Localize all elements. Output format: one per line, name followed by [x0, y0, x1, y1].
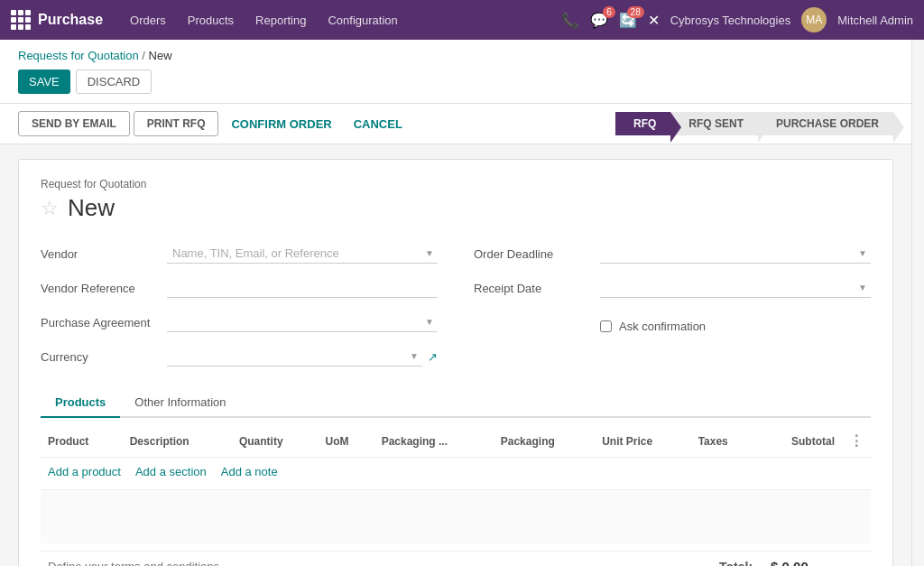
app-title: Purchase [38, 12, 103, 28]
phone-icon[interactable]: 📞 [561, 12, 579, 29]
col-subtotal: Subtotal [756, 425, 842, 458]
vendor-reference-label: Vendor Reference [41, 282, 158, 295]
discard-button[interactable]: DISCARD [76, 70, 152, 94]
status-steps: RFQ RFQ SENT PURCHASE ORDER [615, 112, 893, 135]
form-fields: Vendor ▼ Vendor Reference Purchase Agree… [41, 240, 871, 370]
vendor-field-wrapper: ▼ [167, 244, 438, 264]
col-quantity: Quantity [232, 425, 319, 458]
action-buttons: SAVE DISCARD [18, 70, 893, 103]
purchase-agreement-row: Purchase Agreement ▼ [41, 309, 438, 336]
purchase-agreement-input[interactable] [167, 312, 421, 331]
vendor-label: Vendor [41, 247, 158, 261]
col-description: Description [123, 425, 232, 458]
tab-products[interactable]: Products [41, 388, 120, 418]
purchase-agreement-wrapper: ▼ [167, 312, 438, 332]
col-packaging: Packaging [494, 425, 595, 458]
confirm-order-button[interactable]: CONFIRM ORDER [222, 112, 340, 136]
print-rfq-button[interactable]: PRINT RFQ [134, 111, 219, 136]
receipt-date-arrow: ▼ [855, 283, 871, 292]
terms-input[interactable] [41, 552, 705, 566]
save-button[interactable]: SAVE [18, 70, 70, 94]
workflow-bar: SEND BY EMAIL PRINT RFQ CONFIRM ORDER CA… [0, 104, 911, 144]
vendor-reference-row: Vendor Reference [41, 274, 438, 302]
order-deadline-label: Order Deadline [474, 247, 591, 261]
page-header: Requests for Quotation / New SAVE DISCAR… [0, 40, 911, 104]
total-label: Total: [719, 560, 753, 567]
purchase-agreement-label: Purchase Agreement [41, 316, 158, 329]
tabs-bar: Products Other Information [41, 388, 871, 418]
nav-orders[interactable]: Orders [121, 8, 175, 32]
order-deadline-arrow: ▼ [855, 248, 871, 258]
grid-icon [11, 10, 31, 30]
currency-input[interactable]: USD [167, 347, 406, 366]
favorite-star-icon[interactable]: ☆ [41, 197, 59, 220]
status-rfq-sent[interactable]: RFQ SENT [670, 112, 758, 135]
top-navigation: Purchase Orders Products Reporting Confi… [0, 0, 924, 40]
receipt-date-input[interactable] [600, 278, 855, 297]
col-taxes: Taxes [691, 425, 757, 458]
vendor-input[interactable] [167, 244, 421, 263]
table-empty-area [41, 489, 871, 543]
form-subtitle: Request for Quotation [41, 178, 871, 190]
user-name: Mitchell Admin [837, 14, 913, 27]
send-by-email-button[interactable]: SEND BY EMAIL [18, 111, 130, 136]
order-deadline-wrapper: 09/23/2021 17:34:29 ▼ [600, 244, 871, 264]
form-card: Request for Quotation ☆ New Vendor ▼ [18, 159, 893, 566]
nav-products[interactable]: Products [179, 8, 243, 32]
add-section-link[interactable]: Add a section [135, 465, 207, 478]
breadcrumb: Requests for Quotation / New [18, 49, 893, 62]
add-product-link[interactable]: Add a product [48, 465, 121, 478]
scrollbar[interactable] [911, 40, 924, 566]
form-title: New [68, 194, 115, 222]
vendor-reference-input[interactable] [167, 278, 438, 298]
total-value: $ 0.00 [771, 559, 808, 566]
products-table: Product Description Quantity UoM Packagi… [41, 425, 871, 458]
currency-wrapper: USD ▼ [167, 347, 422, 367]
breadcrumb-separator: / [142, 49, 145, 62]
receipt-date-row: Receipt Date ▼ [474, 274, 871, 302]
external-link-icon[interactable]: ↗ [428, 350, 438, 364]
company-name: Cybrosys Technologies [670, 14, 790, 27]
table-header-row: Product Description Quantity UoM Packagi… [41, 425, 871, 458]
breadcrumb-current: New [149, 49, 172, 62]
chat-badge: 6 [603, 6, 615, 18]
avatar[interactable]: MA [801, 7, 827, 32]
currency-row: Currency USD ▼ ↗ [41, 343, 438, 370]
ask-confirmation-checkbox[interactable] [600, 320, 612, 332]
cancel-button[interactable]: CANCEL [345, 112, 411, 136]
ask-confirmation-label: Ask confirmation [619, 320, 706, 333]
tab-other-information[interactable]: Other Information [120, 388, 240, 418]
order-deadline-row: Order Deadline 09/23/2021 17:34:29 ▼ [474, 240, 871, 267]
col-product: Product [41, 425, 123, 458]
activity-icon[interactable]: 🔄 28 [619, 12, 637, 29]
status-purchase-order[interactable]: PURCHASE ORDER [758, 112, 893, 135]
nav-reporting[interactable]: Reporting [246, 8, 315, 32]
total-area: Total: $ 0.00 [705, 552, 823, 566]
nav-configuration[interactable]: Configuration [319, 8, 406, 32]
topnav-right: 📞 💬 6 🔄 28 ✕ Cybrosys Technologies MA Mi… [561, 7, 913, 32]
col-unit-price: Unit Price [595, 425, 690, 458]
ask-confirmation-row: Ask confirmation [474, 312, 871, 339]
bottom-area: Total: $ 0.00 [41, 551, 871, 566]
add-note-link[interactable]: Add a note [221, 465, 278, 478]
status-rfq[interactable]: RFQ [615, 112, 670, 135]
col-options: ⋮ [842, 425, 871, 458]
currency-dropdown-arrow: ▼ [406, 351, 422, 361]
col-packaging-qty: Packaging ... [374, 425, 494, 458]
breadcrumb-parent[interactable]: Requests for Quotation [18, 49, 139, 62]
brand-area[interactable]: Purchase [11, 10, 103, 30]
chat-icon[interactable]: 💬 6 [590, 12, 608, 29]
main-content: Request for Quotation ☆ New Vendor ▼ [0, 144, 911, 566]
form-title-row: ☆ New [41, 194, 871, 222]
order-deadline-input[interactable]: 09/23/2021 17:34:29 [600, 244, 855, 263]
table-options-icon[interactable]: ⋮ [849, 433, 864, 449]
receipt-date-label: Receipt Date [474, 282, 591, 295]
vendor-dropdown-arrow: ▼ [421, 248, 438, 258]
currency-field-group: USD ▼ ↗ [167, 347, 438, 367]
ask-confirmation-checkbox-group: Ask confirmation [600, 320, 706, 333]
receipt-date-wrapper: ▼ [600, 278, 871, 298]
add-row: Add a product Add a section Add a note [41, 458, 871, 486]
purchase-agreement-arrow: ▼ [421, 317, 438, 327]
nav-links: Orders Products Reporting Configuration [121, 8, 561, 32]
close-icon[interactable]: ✕ [648, 12, 660, 29]
